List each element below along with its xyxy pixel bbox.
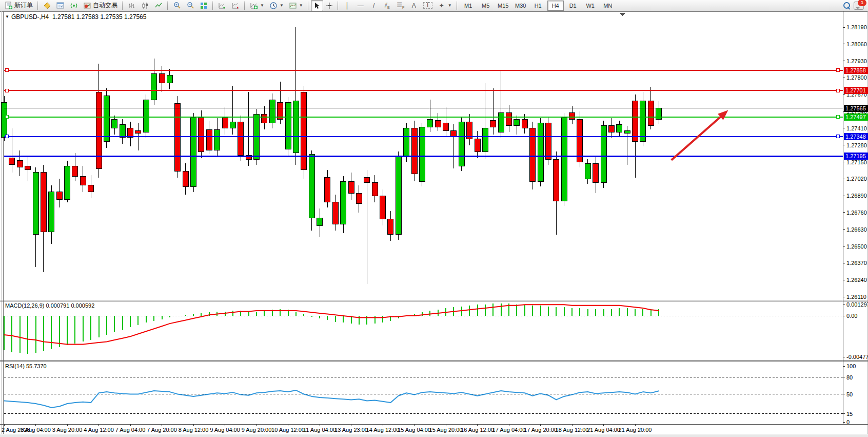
signals-button[interactable] (67, 0, 81, 11)
indicators-icon (250, 2, 258, 10)
cursor-tool-button[interactable] (311, 0, 323, 11)
candle (380, 196, 386, 219)
zoom-out-button[interactable] (184, 0, 197, 11)
search-icon[interactable] (843, 2, 851, 9)
date-label: 21 Aug 20:00 (619, 427, 652, 433)
candle (88, 185, 94, 192)
line-chart-icon (154, 2, 163, 10)
vertical-line-tool[interactable]: │ (341, 0, 354, 11)
line-endpoint-marker[interactable] (836, 89, 839, 92)
line-endpoint-marker[interactable] (836, 116, 839, 119)
timeframe-M15[interactable]: M15 (495, 1, 511, 11)
bar-chart-button[interactable] (125, 0, 139, 11)
new-order-icon (5, 2, 13, 10)
price-tick-label: 1.26110 (846, 294, 866, 300)
candle (608, 126, 614, 132)
vertical-line-icon: │ (343, 2, 351, 9)
label-tool[interactable]: T (421, 0, 435, 11)
shapes-tool[interactable]: ✦▼ (435, 0, 455, 11)
rsi-indicator-label: RSI(14) 55.7370 (5, 363, 47, 369)
price-tick-label: 1.26890 (846, 193, 867, 199)
trendline-tool[interactable]: / (367, 0, 381, 11)
candle (143, 100, 149, 132)
candle (648, 101, 654, 126)
toolbar-separator (457, 2, 458, 10)
zoom-in-button[interactable] (170, 0, 184, 11)
candle (656, 108, 662, 119)
rsi-tick-label: 100 (846, 363, 856, 369)
fibonacci-tool[interactable]: ☰F (394, 0, 407, 11)
candle (459, 122, 464, 166)
text-tool[interactable]: A (407, 0, 421, 11)
timeframe-H4[interactable]: H4 (547, 1, 564, 11)
line-endpoint-marker[interactable] (836, 135, 839, 138)
candle (451, 131, 457, 136)
date-label: 4 Aug 12:00 (84, 427, 114, 433)
candle (396, 157, 401, 234)
timeframe-W1[interactable]: W1 (582, 1, 599, 11)
date-label: 21 Aug 04:00 (587, 427, 620, 433)
candle (183, 171, 188, 186)
timeframe-M1[interactable]: M1 (460, 1, 477, 11)
price-tick-label: 1.26240 (846, 277, 867, 283)
candle (206, 129, 212, 150)
new-order-button[interactable]: 新订单 (2, 0, 35, 11)
line-endpoint-marker[interactable] (836, 69, 839, 72)
timeframe-M5[interactable]: M5 (478, 1, 494, 11)
clock-icon (269, 2, 278, 10)
chart-canvas[interactable]: 1.281901.280601.279301.278001.276701.275… (0, 0, 868, 437)
chart-profile-button[interactable] (41, 0, 54, 11)
price-badge-label: 1.27565 (845, 105, 866, 111)
candle (443, 123, 449, 131)
auto-trading-button[interactable]: 自动交易 (81, 0, 120, 11)
price-tick-label: 1.26630 (846, 226, 867, 233)
chart-shift-button[interactable] (229, 0, 242, 11)
timeframe-MN[interactable]: MN (600, 1, 616, 11)
crosshair-tool-button[interactable] (323, 0, 336, 11)
timeframe-M30[interactable]: M30 (512, 1, 529, 11)
auto-trading-icon (83, 2, 91, 10)
equidistant-channel-tool[interactable]: ⫽E (381, 0, 394, 11)
candle (25, 166, 31, 170)
date-label: 3 Aug 04:00 (21, 427, 51, 433)
line-endpoint-marker[interactable] (5, 69, 8, 72)
candle (159, 74, 165, 83)
indicators-button[interactable]: ▼ (247, 0, 267, 11)
candle (364, 178, 370, 183)
timeframe-H1[interactable]: H1 (530, 1, 546, 11)
candle (490, 121, 496, 127)
line-endpoint-marker[interactable] (5, 89, 8, 92)
tile-windows-button[interactable] (197, 0, 210, 11)
timeframe-D1[interactable]: D1 (565, 1, 581, 11)
line-chart-button[interactable] (152, 0, 165, 11)
candlestick-chart-button[interactable] (139, 0, 152, 11)
candle (191, 118, 196, 187)
date-label: 15 Aug 20:00 (429, 427, 463, 433)
date-label: 15 Aug 04:00 (398, 427, 431, 433)
candle (317, 218, 323, 225)
candle (332, 202, 338, 224)
notifications-icon[interactable]: 1 (854, 2, 864, 10)
candle (538, 123, 543, 182)
toolbar-separator (212, 2, 213, 10)
profile-icon (43, 2, 51, 10)
line-endpoint-marker[interactable] (5, 135, 8, 138)
candle (151, 74, 157, 100)
candle (624, 131, 630, 134)
templates-button[interactable]: ▼ (286, 0, 306, 11)
horizontal-line-tool[interactable]: — (354, 0, 367, 11)
auto-scroll-button[interactable] (215, 0, 229, 11)
market-watch-button[interactable] (54, 0, 67, 11)
collapse-triangle-icon[interactable]: ▼ (5, 14, 9, 19)
signal-icon (70, 2, 78, 10)
candle (514, 119, 520, 126)
date-label: 16 Aug 12:00 (461, 427, 494, 433)
periods-button[interactable]: ▼ (267, 0, 286, 11)
candle (372, 183, 378, 196)
timeframe-group: M1M5M15M30H1H4D1W1MN (460, 1, 617, 11)
dropdown-caret: ▼ (280, 3, 284, 8)
candle (33, 173, 38, 235)
line-endpoint-marker[interactable] (5, 116, 8, 119)
date-label: 17 Aug 20:00 (524, 427, 557, 433)
candlestick-icon (141, 2, 149, 10)
